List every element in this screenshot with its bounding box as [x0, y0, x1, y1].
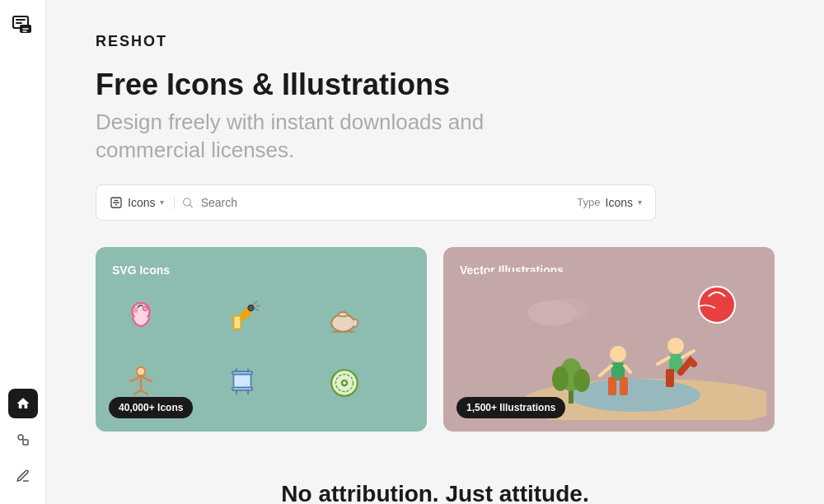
- home-icon: [16, 396, 30, 411]
- filter-chevron-icon: ▾: [160, 198, 164, 207]
- pencil-icon: [16, 469, 30, 483]
- icon-bath: [112, 290, 170, 348]
- no-attrib-title: No attribution. Just attitude.: [96, 481, 775, 504]
- svg-point-47: [552, 366, 569, 391]
- svg-point-40: [667, 338, 684, 354]
- type-dropdown[interactable]: Type Icons ▾: [577, 196, 642, 209]
- svg-rect-3: [23, 440, 28, 445]
- type-value: Icons: [606, 196, 633, 209]
- sidebar-item-home[interactable]: [8, 389, 38, 418]
- type-label: Type: [577, 196, 600, 208]
- hero-title: Free Icons & Illustrations: [96, 67, 775, 102]
- svg-point-14: [137, 367, 146, 376]
- search-icon: [181, 196, 194, 209]
- icon-teapot: [316, 290, 373, 348]
- svg-point-10: [248, 305, 254, 310]
- svg-rect-37: [620, 377, 628, 395]
- main-content: RESHOT Free Icons & Illustrations Design…: [46, 0, 824, 504]
- search-input-area[interactable]: [181, 196, 570, 209]
- icon-towel: [213, 354, 271, 412]
- svg-point-48: [574, 369, 590, 392]
- sidebar: [0, 0, 46, 504]
- search-bar: Icons ▾ Type Icons ▾: [96, 184, 656, 221]
- type-chevron-icon: ▾: [638, 198, 642, 207]
- sidebar-navigation: [8, 389, 38, 491]
- icons-grid: [112, 287, 410, 415]
- brand-header: RESHOT: [96, 33, 775, 50]
- svg-icons-card[interactable]: SVG Icons: [96, 247, 427, 432]
- search-input[interactable]: [201, 196, 571, 209]
- shapes-icon: [16, 432, 30, 447]
- icon-spray: [213, 290, 271, 348]
- sidebar-item-shapes[interactable]: [8, 425, 38, 455]
- sidebar-item-edit[interactable]: [8, 461, 38, 491]
- svg-point-2: [18, 435, 23, 440]
- cards-grid: SVG Icons: [96, 247, 775, 432]
- svg-rect-9: [234, 315, 241, 329]
- reshot-logo-icon: [12, 13, 35, 36]
- svg-point-8: [143, 306, 147, 310]
- svg-icons-badge: 40,000+ Icons: [109, 397, 193, 418]
- svg-point-12: [339, 312, 348, 316]
- svg-line-15: [129, 380, 133, 381]
- brand-name: RESHOT: [96, 33, 167, 50]
- svg-icons-card-title: SVG Icons: [112, 264, 410, 277]
- vector-illustrations-badge: 1,500+ Illustrations: [456, 397, 565, 418]
- filter-dropdown[interactable]: Icons ▾: [110, 196, 175, 209]
- svg-point-32: [548, 298, 589, 320]
- svg-rect-19: [232, 387, 253, 390]
- filter-icon: [110, 196, 123, 209]
- svg-line-16: [148, 380, 152, 381]
- sidebar-logo: [12, 13, 35, 40]
- svg-point-7: [133, 307, 138, 313]
- svg-rect-36: [608, 377, 616, 395]
- svg-point-5: [184, 198, 191, 206]
- svg-rect-42: [666, 369, 674, 387]
- no-attribution-section: No attribution. Just attitude. No cost. …: [96, 464, 775, 504]
- vector-illustrations-card[interactable]: Vector Illustrations: [443, 247, 775, 432]
- svg-point-27: [343, 381, 346, 385]
- filter-label: Icons: [128, 196, 155, 209]
- hero-subtitle: Design freely with instant downloads and…: [96, 109, 775, 165]
- svg-point-34: [610, 346, 626, 362]
- icon-compass: [316, 354, 373, 412]
